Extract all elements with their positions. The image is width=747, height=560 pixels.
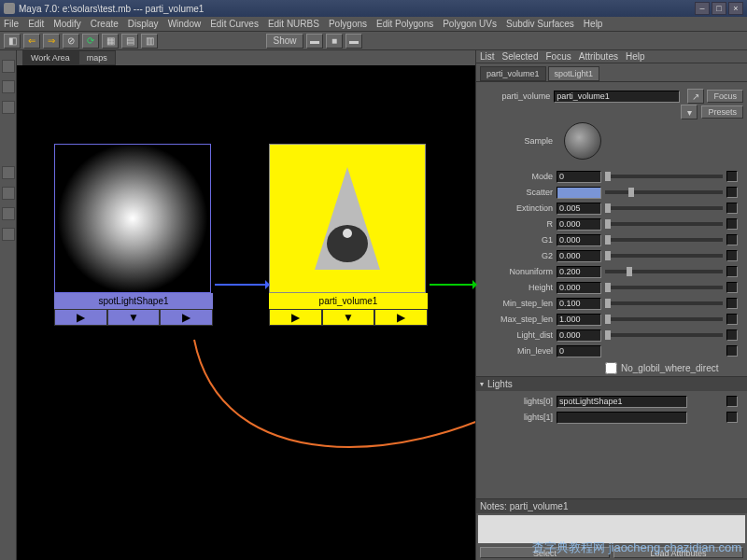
- tool-icon[interactable]: [2, 166, 15, 179]
- show-button[interactable]: Show: [266, 34, 303, 49]
- map-button[interactable]: [726, 187, 738, 198]
- param-slider[interactable]: [605, 175, 723, 178]
- select-button[interactable]: Select: [480, 547, 610, 558]
- menu-item[interactable]: Display: [128, 19, 159, 29]
- tool-icon[interactable]: [2, 187, 15, 200]
- ae-tab[interactable]: parti_volume1: [480, 66, 546, 81]
- param-input[interactable]: [557, 282, 601, 294]
- port-mid-icon[interactable]: ▼: [322, 309, 375, 326]
- param-slider[interactable]: [605, 222, 723, 226]
- focus-button[interactable]: Focus: [707, 90, 743, 103]
- param-slider[interactable]: [605, 301, 723, 305]
- tool-button[interactable]: ◧: [4, 34, 21, 49]
- port-in-icon[interactable]: ▶: [54, 309, 107, 326]
- ae-menu-item[interactable]: List: [480, 51, 495, 62]
- param-input[interactable]: [557, 234, 601, 246]
- ae-menu-item[interactable]: Selected: [502, 51, 539, 62]
- param-input[interactable]: [557, 250, 601, 262]
- layout-button[interactable]: ▦: [102, 34, 119, 49]
- minimize-button[interactable]: –: [695, 2, 710, 15]
- menu-item[interactable]: Create: [91, 19, 119, 29]
- port-mid-icon[interactable]: ▼: [107, 309, 161, 326]
- map-button[interactable]: [726, 250, 738, 261]
- presets-icon[interactable]: ▾: [681, 105, 698, 119]
- back-button[interactable]: ⇐: [23, 34, 40, 49]
- tool-icon[interactable]: [2, 101, 15, 114]
- link-button[interactable]: ⊘: [63, 34, 79, 49]
- tool-icon[interactable]: [2, 80, 15, 93]
- view-button[interactable]: ▬: [306, 34, 323, 49]
- param-input[interactable]: [557, 298, 601, 310]
- map-button[interactable]: [726, 282, 738, 293]
- param-input[interactable]: [557, 171, 601, 183]
- map-button[interactable]: [726, 329, 738, 341]
- tool-icon[interactable]: [2, 228, 15, 241]
- menu-item[interactable]: Polygon UVs: [443, 19, 497, 29]
- ae-tab[interactable]: spotLight1: [548, 66, 600, 81]
- menu-item[interactable]: Edit: [28, 19, 44, 29]
- param-input[interactable]: [557, 203, 601, 215]
- tool-icon[interactable]: [2, 60, 15, 73]
- light-slot-input[interactable]: [557, 396, 687, 408]
- forward-button[interactable]: ⇒: [43, 34, 60, 49]
- map-button[interactable]: [726, 412, 738, 423]
- ae-menu-item[interactable]: Help: [626, 51, 645, 62]
- param-slider[interactable]: [605, 206, 723, 210]
- param-input[interactable]: [557, 187, 601, 199]
- map-button[interactable]: [726, 171, 738, 182]
- load-attr-button[interactable]: Load Attributes: [613, 547, 743, 558]
- map-button[interactable]: [726, 266, 738, 277]
- view-button[interactable]: ▬: [345, 34, 362, 49]
- refresh-button[interactable]: ⟳: [82, 34, 99, 49]
- param-slider[interactable]: [605, 238, 723, 242]
- menu-item[interactable]: Edit Curves: [210, 19, 259, 29]
- map-button[interactable]: [726, 218, 738, 230]
- map-button[interactable]: [726, 345, 738, 357]
- map-button[interactable]: [726, 314, 738, 325]
- menu-item[interactable]: Subdiv Surfaces: [506, 19, 574, 29]
- layout-button[interactable]: ▤: [121, 34, 138, 49]
- light-slot-input[interactable]: [557, 412, 687, 424]
- param-input[interactable]: [557, 218, 601, 231]
- section-lights[interactable]: Lights: [476, 376, 747, 391]
- hypershade-graph[interactable]: Work Area maps ↖ spotLightShape1 ▶ ▼ ▶ p…: [17, 50, 476, 560]
- node-spotlight[interactable]: spotLightShape1 ▶ ▼ ▶: [54, 144, 213, 326]
- layout-button[interactable]: ▥: [141, 34, 158, 49]
- goto-button[interactable]: ↗: [687, 89, 703, 104]
- no-globil-checkbox[interactable]: [605, 362, 617, 374]
- port-out-icon[interactable]: ▶: [374, 309, 428, 326]
- ae-menu-item[interactable]: Attributes: [579, 51, 618, 62]
- node-parti-volume[interactable]: parti_volume1 ▶ ▼ ▶: [269, 144, 428, 326]
- maximize-button[interactable]: □: [712, 2, 726, 15]
- presets-button[interactable]: Presets: [701, 105, 743, 119]
- view-button[interactable]: ■: [326, 34, 343, 49]
- param-input[interactable]: [557, 266, 601, 278]
- port-out-icon[interactable]: ▶: [160, 309, 213, 326]
- map-button[interactable]: [726, 234, 738, 245]
- menu-item[interactable]: Edit NURBS: [268, 19, 319, 29]
- param-slider[interactable]: [605, 254, 723, 258]
- param-slider[interactable]: [605, 317, 723, 321]
- menu-item[interactable]: Polygons: [329, 19, 367, 29]
- node-name-input[interactable]: [554, 91, 680, 103]
- notes-field[interactable]: [478, 515, 745, 543]
- param-input[interactable]: [557, 345, 601, 357]
- menu-item[interactable]: Edit Polygons: [376, 19, 433, 29]
- ae-menu-item[interactable]: Focus: [545, 51, 571, 62]
- menu-item[interactable]: File: [4, 19, 19, 29]
- port-in-icon[interactable]: ▶: [269, 309, 322, 326]
- param-slider[interactable]: [605, 190, 723, 194]
- menu-item[interactable]: Modify: [53, 19, 80, 29]
- param-slider[interactable]: [605, 333, 723, 337]
- param-slider[interactable]: [605, 286, 723, 289]
- menu-item[interactable]: Window: [168, 19, 202, 29]
- map-button[interactable]: [726, 203, 738, 214]
- close-button[interactable]: ×: [728, 2, 743, 15]
- param-slider[interactable]: [605, 270, 723, 273]
- map-button[interactable]: [726, 396, 738, 407]
- tab-maps[interactable]: maps: [78, 50, 116, 65]
- tool-icon[interactable]: [2, 207, 15, 220]
- map-button[interactable]: [726, 298, 738, 309]
- param-input[interactable]: [557, 314, 601, 326]
- tab-work-area[interactable]: Work Area: [22, 50, 78, 65]
